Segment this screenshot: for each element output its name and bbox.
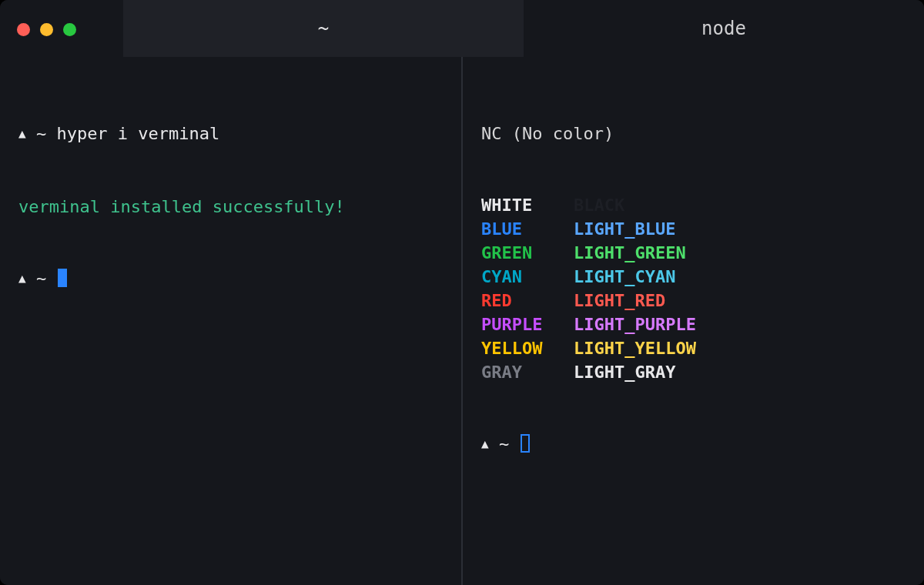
prompt-tilde: ~: [36, 124, 46, 143]
tab-label: ~: [318, 18, 329, 39]
prompt-triangle-icon: ▲: [481, 432, 489, 456]
prompt-line: ▲ ~: [481, 432, 906, 457]
split-panes: ▲ ~ hyper i verminal verminal installed …: [0, 57, 924, 585]
zoom-icon[interactable]: [63, 23, 76, 36]
color-name-left: PURPLE: [481, 313, 574, 336]
tab-bar: ~ node: [0, 0, 924, 57]
color-row: CYANLIGHT_CYAN: [481, 265, 906, 289]
color-name-right: LIGHT_GREEN: [574, 241, 686, 265]
prompt-tilde: ~: [36, 269, 46, 288]
color-name-left: GREEN: [481, 241, 574, 265]
color-name-left: BLUE: [481, 217, 574, 241]
color-row: PURPLELIGHT_PURPLE: [481, 313, 906, 336]
prompt-triangle-icon: ▲: [18, 266, 26, 290]
color-row: REDLIGHT_RED: [481, 289, 906, 313]
terminal-window: ~ node ▲ ~ hyper i verminal verminal ins…: [0, 0, 924, 585]
no-color-line: NC (No color): [481, 122, 906, 145]
minimize-icon[interactable]: [40, 23, 53, 36]
color-table: WHITEBLACKBLUELIGHT_BLUEGREENLIGHT_GREEN…: [481, 193, 906, 384]
color-name-right: LIGHT_RED: [574, 289, 665, 313]
color-name-right: LIGHT_GRAY: [574, 360, 675, 384]
prompt-triangle-icon: ▲: [18, 122, 26, 145]
tab-node[interactable]: node: [524, 0, 924, 57]
color-row: GRAYLIGHT_GRAY: [481, 360, 906, 384]
pane-left[interactable]: ▲ ~ hyper i verminal verminal installed …: [0, 57, 461, 585]
color-name-right: BLACK: [574, 193, 624, 217]
cursor-icon: [58, 269, 67, 287]
color-name-right: LIGHT_YELLOW: [574, 336, 696, 360]
cursor-icon: [521, 434, 530, 453]
color-name-left: GRAY: [481, 360, 574, 384]
install-success-message: verminal installed successfully!: [18, 195, 443, 219]
prompt-tilde: ~: [499, 434, 509, 453]
close-icon[interactable]: [17, 23, 30, 36]
command-text: hyper i verminal: [56, 124, 219, 143]
color-row: YELLOWLIGHT_YELLOW: [481, 336, 906, 360]
color-name-right: LIGHT_CYAN: [574, 265, 675, 289]
titlebar: ~ node: [0, 0, 924, 57]
tab-home[interactable]: ~: [123, 0, 524, 57]
pane-right[interactable]: NC (No color) WHITEBLACKBLUELIGHT_BLUEGR…: [461, 57, 924, 585]
color-name-left: CYAN: [481, 265, 574, 289]
prompt-line-2: ▲ ~: [18, 266, 443, 292]
traffic-lights: [0, 15, 76, 43]
color-row: WHITEBLACK: [481, 193, 906, 217]
color-name-right: LIGHT_PURPLE: [574, 313, 696, 336]
color-name-left: RED: [481, 289, 574, 313]
color-row: BLUELIGHT_BLUE: [481, 217, 906, 241]
color-name-right: LIGHT_BLUE: [574, 217, 675, 241]
color-name-left: YELLOW: [481, 336, 574, 360]
color-name-left: WHITE: [481, 193, 574, 217]
color-row: GREENLIGHT_GREEN: [481, 241, 906, 265]
prompt-line-1: ▲ ~ hyper i verminal: [18, 122, 443, 147]
tab-label: node: [701, 18, 746, 39]
